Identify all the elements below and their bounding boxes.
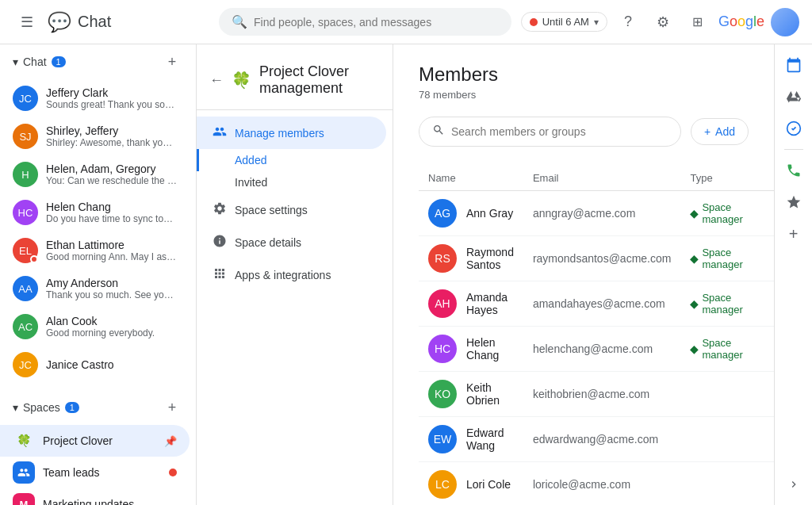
nav-sub-added[interactable]: Added	[197, 149, 386, 171]
col-actions	[753, 166, 774, 191]
help-button[interactable]: ?	[614, 8, 642, 36]
chat-item-info: Shirley, Jeffery Shirley: Awesome, thank…	[46, 124, 177, 148]
spaces-section-header[interactable]: ▾ Spaces 1 +	[0, 390, 196, 425]
type-label: Space manager	[702, 247, 742, 270]
expand-button[interactable]	[779, 470, 808, 499]
browse-spaces-button[interactable]: +	[161, 396, 183, 419]
app-title: Chat	[78, 13, 111, 31]
chat-chevron-icon: ▾	[13, 55, 18, 68]
members-search-input[interactable]	[451, 125, 668, 138]
more-options-button[interactable]: ⋮	[762, 336, 774, 362]
menu-button[interactable]: ☰	[13, 8, 41, 36]
space-name: Team leads	[43, 466, 161, 479]
chat-section-title: ▾ Chat 1	[13, 55, 66, 68]
spaces-list: 🍀 Project Clover 📌 Team leads M Marketin…	[0, 425, 196, 505]
chat-item-preview: Shirley: Awesome, thank you for the...	[46, 137, 177, 148]
global-search-bar[interactable]: 🔍	[219, 8, 511, 36]
more-options-button[interactable]: ⋮	[762, 381, 774, 407]
members-count: 78 members	[419, 89, 749, 101]
tasks-button[interactable]	[779, 114, 808, 143]
diamond-icon: ◆	[690, 252, 699, 265]
table-row: LC Lori Cole loricole@acme.com ⋮	[419, 462, 774, 506]
type-label: Space manager	[702, 337, 742, 361]
more-options-button[interactable]: ⋮	[762, 427, 774, 452]
chat-item[interactable]: AC Alan Cook Good morning everybody.	[0, 308, 190, 346]
members-toolbar: + Add	[419, 117, 749, 147]
user-avatar[interactable]	[771, 8, 799, 36]
nav-item-space-details[interactable]: Space details	[197, 226, 386, 258]
calendar-button[interactable]	[779, 51, 808, 79]
members-title: Members	[419, 63, 749, 86]
spaces-section-title: ▾ Spaces 1	[13, 401, 79, 414]
chat-item[interactable]: HC Helen Chang Do you have time to sync …	[0, 193, 190, 231]
star-button[interactable]	[779, 188, 808, 216]
chat-item-info: Amy Anderson Thank you so much. See you …	[46, 277, 177, 300]
avatar: SJ	[13, 124, 38, 149]
settings-button[interactable]: ⚙	[649, 8, 677, 36]
members-search-bar[interactable]	[419, 117, 681, 147]
topbar-left: ☰ 💬 Chat	[13, 8, 209, 36]
table-row: AG Ann Gray anngray@acme.com ◆ Space man…	[419, 191, 774, 236]
more-options-button[interactable]: ⋮	[762, 246, 774, 271]
member-name: Raymond Santos	[466, 246, 514, 271]
chat-item-preview: Do you have time to sync tomorrow mori..…	[46, 213, 177, 224]
search-icon: 🔍	[232, 14, 247, 29]
sidebar-item-team-leads[interactable]: Team leads	[0, 457, 190, 488]
dnd-dot	[530, 18, 538, 26]
member-name-cell-inner: AG Ann Gray	[428, 199, 514, 228]
new-chat-button[interactable]: +	[161, 51, 183, 73]
phone-button[interactable]	[779, 156, 808, 185]
nav-sub-invited-label: Invited	[235, 176, 267, 189]
chat-item-name: Helen, Adam, Gregory	[46, 163, 177, 175]
chat-item[interactable]: AA Amy Anderson Thank you so much. See y…	[0, 270, 190, 308]
member-type-cell: ◆ Space manager	[680, 191, 752, 236]
add-widget-button[interactable]: +	[779, 220, 808, 248]
more-options-button[interactable]: ⋮	[762, 201, 774, 226]
avatar: EW	[428, 425, 457, 453]
avatar: H	[13, 162, 38, 187]
chat-item-name: Ethan Lattimore	[46, 239, 177, 251]
space-manager-badge: ◆ Space manager	[690, 201, 742, 225]
member-name-cell: EW Edward Wang	[419, 417, 523, 462]
diamond-icon: ◆	[690, 342, 699, 355]
back-button[interactable]: ←	[209, 72, 224, 89]
space-manager-badge: ◆ Space manager	[690, 247, 742, 270]
chat-item[interactable]: EL Ethan Lattimore Good morning Ann. May…	[0, 231, 190, 270]
diamond-icon: ◆	[690, 207, 699, 220]
table-row: RS Raymond Santos raymondsantos@acme.com…	[419, 236, 774, 281]
chat-item[interactable]: H Helen, Adam, Gregory You: Can we resch…	[0, 155, 190, 193]
avatar: HC	[13, 200, 38, 225]
sidebar-item-marketing-updates[interactable]: M Marketing updates	[0, 488, 190, 505]
space-nav-header: ← 🍀 Project Clover management	[197, 57, 393, 110]
member-email-cell: anngray@acme.com	[523, 191, 681, 236]
more-options-button[interactable]: ⋮	[762, 472, 774, 497]
sidebar-item-project-clover[interactable]: 🍀 Project Clover 📌	[0, 425, 190, 457]
nav-item-space-settings[interactable]: Space settings	[197, 193, 386, 226]
global-search-input[interactable]	[254, 16, 499, 29]
nav-item-apps-integrations[interactable]: Apps & integrations	[197, 258, 386, 291]
add-member-button[interactable]: + Add	[691, 118, 749, 145]
chat-item-preview: Sounds great! Thank you so much Ann!	[46, 99, 177, 110]
chat-item-name: Janice Castro	[46, 358, 177, 371]
member-name: Lori Cole	[466, 478, 511, 491]
left-sidebar: ▾ Chat 1 + JC Jeffery Clark Sounds great…	[0, 44, 197, 505]
chat-item-name: Amy Anderson	[46, 277, 177, 289]
dnd-status[interactable]: Until 6 AM ▾	[521, 12, 607, 32]
spaces-chevron-icon: ▾	[13, 401, 18, 414]
chat-item[interactable]: JC Jeffery Clark Sounds great! Thank you…	[0, 79, 190, 117]
chat-item[interactable]: JC Janice Castro	[0, 346, 190, 384]
apps-button[interactable]: ⊞	[684, 8, 712, 36]
table-row: HC Helen Chang helenchang@acme.com ◆ Spa…	[419, 327, 774, 372]
member-name-cell-inner: RS Raymond Santos	[428, 244, 514, 273]
nav-item-manage-members[interactable]: Manage members	[197, 117, 386, 149]
add-member-label: Add	[715, 125, 735, 138]
member-email: edwardwang@acme.com	[533, 433, 658, 446]
member-name-cell: LC Lori Cole	[419, 462, 523, 506]
main-layout: ▾ Chat 1 + JC Jeffery Clark Sounds great…	[0, 44, 812, 505]
nav-sub-invited[interactable]: Invited	[197, 171, 393, 193]
chat-list: JC Jeffery Clark Sounds great! Thank you…	[0, 79, 196, 384]
more-options-button[interactable]: ⋮	[762, 291, 774, 316]
drive-button[interactable]	[779, 82, 808, 111]
chat-item[interactable]: SJ Shirley, Jeffery Shirley: Awesome, th…	[0, 117, 190, 155]
chat-section-header[interactable]: ▾ Chat 1 +	[0, 44, 196, 79]
